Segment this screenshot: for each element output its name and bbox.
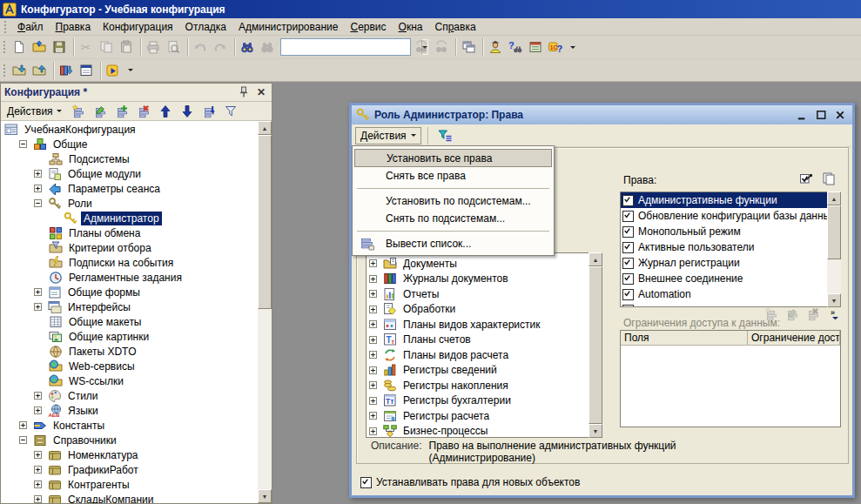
tree-item[interactable]: +Планы видов расчета	[367, 347, 602, 363]
add-button[interactable]	[71, 103, 90, 120]
checkbox-checked-icon[interactable]	[622, 305, 634, 308]
find-in-texts-button[interactable]	[259, 37, 279, 57]
panel-actions-button[interactable]: Действия	[3, 104, 65, 118]
move-up-button[interactable]	[158, 103, 177, 120]
tree-item[interactable]: Общие картинки	[2, 329, 258, 344]
toolbar-grip[interactable]	[3, 40, 7, 54]
new-document-button[interactable]	[10, 37, 30, 57]
menubar-item-7[interactable]: Справка	[428, 19, 481, 35]
save-configuration-button[interactable]	[30, 61, 50, 80]
tree-item[interactable]: −Роли	[2, 196, 258, 211]
toolbar2-grip[interactable]	[3, 64, 7, 77]
start-debugging-button[interactable]	[104, 61, 124, 80]
help-dropdown[interactable]	[567, 37, 578, 57]
expander-plus[interactable]: +	[369, 275, 377, 283]
syntax-check-button[interactable]: ?	[507, 37, 527, 57]
expander-plus[interactable]: +	[34, 480, 42, 488]
expander-plus[interactable]: +	[369, 306, 377, 313]
configuration-tree-scrollbar[interactable]: ▲▼	[258, 121, 272, 503]
scroll-down-button[interactable]: ▼	[258, 489, 272, 503]
rights-item[interactable]: Активные пользователи	[621, 239, 840, 255]
undo-button[interactable]	[192, 37, 212, 57]
tree-item[interactable]: +ГрафикиРабот	[2, 462, 258, 477]
pin-icon[interactable]	[237, 86, 251, 99]
expander-plus[interactable]: +	[34, 185, 42, 192]
templates-button[interactable]	[527, 37, 547, 57]
table-column-header[interactable]: Ограничение доступа	[748, 331, 840, 345]
debug-dropdown[interactable]	[124, 61, 136, 80]
find-button[interactable]	[239, 37, 259, 57]
dialog-actions-button[interactable]: Действия	[355, 127, 421, 144]
expander-plus[interactable]: +	[369, 427, 377, 435]
add-child-button[interactable]	[114, 103, 133, 120]
checkbox-checked-icon[interactable]	[360, 477, 372, 488]
tree-item[interactable]: Регламентные задания	[2, 270, 258, 285]
table-column-header[interactable]: Поля	[621, 331, 748, 345]
tree-item[interactable]: Подсистемы	[2, 151, 258, 166]
expander-plus[interactable]: +	[34, 407, 42, 414]
expander-plus[interactable]: +	[34, 170, 42, 178]
minimize-icon[interactable]	[795, 109, 810, 122]
expander-plus[interactable]: +	[34, 392, 42, 400]
tree-item[interactable]: −Справочники	[2, 433, 258, 447]
tree-item[interactable]: +Параметры сеанса	[2, 181, 258, 196]
expander-plus[interactable]: +	[19, 421, 27, 429]
rights-list-scrollbar[interactable]: ▲▼	[827, 192, 841, 307]
tree-item[interactable]: +Интерфейсы	[2, 299, 258, 314]
objects-tree-scrollbar[interactable]: ▲▼	[589, 252, 602, 438]
set-rights-for-new-objects[interactable]: Устанавливать права для новых объектов	[360, 476, 580, 488]
tree-item[interactable]: +АБВЯзыки	[2, 403, 258, 418]
copy-rights-button[interactable]	[822, 171, 839, 186]
checkbox-checked-icon[interactable]	[622, 289, 634, 300]
menu-item-set-by-subsystems[interactable]: Установить по подсистемам...	[354, 192, 552, 210]
update-db-configuration-button[interactable]	[57, 61, 77, 80]
help-button[interactable]: 1С?	[547, 37, 567, 57]
checkbox-checked-icon[interactable]	[622, 195, 634, 206]
set-rights-by-template-button[interactable]	[799, 171, 817, 186]
maximize-icon[interactable]	[814, 109, 829, 122]
menubar-item-2[interactable]: Конфигурация	[97, 19, 179, 35]
expander-plus[interactable]: +	[369, 259, 377, 267]
sort-button[interactable]	[201, 103, 220, 120]
print-preview-button[interactable]	[165, 37, 185, 57]
search-input[interactable]	[281, 40, 421, 54]
tree-item[interactable]: +Общие формы	[2, 285, 258, 299]
rights-item[interactable]: Automation	[621, 286, 840, 302]
checkbox-checked-icon[interactable]	[622, 258, 634, 269]
menubar-grip[interactable]	[3, 20, 8, 34]
tree-item[interactable]: +Регистры накопления	[367, 378, 602, 393]
menu-item-clear-all-rights[interactable]: Снять все права	[354, 167, 552, 185]
expander-plus[interactable]: +	[369, 336, 377, 344]
scroll-up-button[interactable]: ▲	[827, 192, 841, 205]
windows-button[interactable]	[460, 37, 480, 57]
delete-button[interactable]	[136, 103, 155, 120]
scroll-up-button[interactable]: ▲	[589, 252, 602, 266]
expander-minus[interactable]: −	[34, 199, 42, 207]
tree-item[interactable]: +Планы видов характеристик	[367, 317, 602, 333]
expander-plus[interactable]: +	[369, 351, 377, 359]
expander-plus[interactable]: +	[369, 381, 377, 389]
tree-item[interactable]: +Регистры сведений	[367, 363, 602, 379]
tree-item[interactable]: +Обработки	[367, 302, 602, 318]
tree-item[interactable]: Web-сервисы	[2, 359, 258, 373]
tree-item[interactable]: Пакеты XDTO	[2, 344, 258, 359]
tree-item[interactable]: +Бизнес-процессы	[367, 424, 602, 439]
rights-item[interactable]: Обновление конфигурации базы данных	[621, 208, 840, 224]
menubar-item-6[interactable]: Окна	[393, 19, 429, 35]
panel-close-button[interactable]: ✕	[254, 86, 268, 99]
tree-item[interactable]: +Контрагенты	[2, 477, 258, 492]
close-icon[interactable]	[833, 109, 848, 122]
search-back-button[interactable]	[433, 37, 453, 57]
rights-item[interactable]: Административные функции	[621, 192, 840, 208]
print-button[interactable]	[145, 37, 165, 57]
expander-plus[interactable]: +	[34, 451, 42, 459]
tree-item[interactable]: +TтПланы счетов	[367, 333, 602, 348]
menubar-item-3[interactable]: Отладка	[179, 19, 232, 35]
tree-item[interactable]: +Стили	[2, 388, 258, 403]
cut-button[interactable]: ✂	[77, 37, 98, 57]
menubar-item-1[interactable]: Правка	[50, 19, 98, 35]
tree-item[interactable]: Администратор	[2, 211, 258, 225]
expander-minus[interactable]: −	[19, 436, 27, 444]
expander-plus[interactable]: +	[34, 495, 42, 503]
menubar-item-5[interactable]: Сервис	[344, 19, 392, 35]
